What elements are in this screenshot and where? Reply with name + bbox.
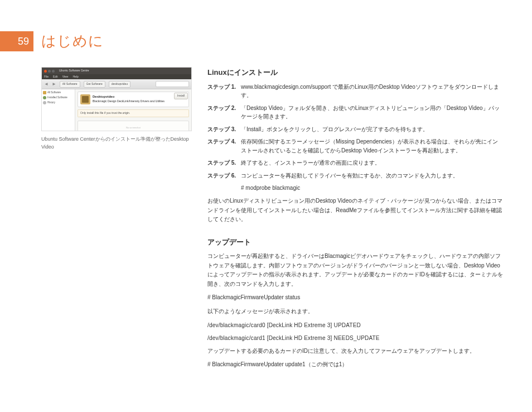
search-field xyxy=(156,81,189,87)
linux-install-note: お使いのLinuxディストリビューション用のDesktop Videoのネイティ… xyxy=(207,197,503,224)
step-2: ステップ 2. 「Desktop Video」フォルダを開き、お使いのLinux… xyxy=(207,104,503,121)
step-text: www.blackmagicdesign.com/support で最新のLin… xyxy=(241,83,503,100)
message-intro: 以下のようなメッセージが表示されます。 xyxy=(207,307,503,317)
crumb-all: All Software xyxy=(60,81,80,88)
device-line-0: /dev/blackmagic/card0 [DeckLink HD Extre… xyxy=(207,321,503,329)
step-text: コンピューターを再起動してドライバーを有効にするか、次のコマンドを入力します。 xyxy=(241,171,503,180)
left-all: All Software xyxy=(43,90,74,95)
page-number-badge: 59 xyxy=(0,31,33,51)
left-all-label: All Software xyxy=(47,91,61,95)
install-button: Install xyxy=(174,93,188,99)
maximize-icon xyxy=(52,70,55,73)
step-1: ステップ 1. www.blackmagicdesign.com/support… xyxy=(207,83,503,100)
step-label: ステップ 3. xyxy=(207,125,241,134)
figure-card-subtitle: Blackmagic Design DeckLink/Intensity Dri… xyxy=(93,99,165,104)
back-icon: ◄ xyxy=(44,81,49,88)
step-text: 「Install」ボタンをクリックし、プログレスバーが完了するのを待ちます。 xyxy=(241,125,503,134)
figure-card-title: Desktopvideo xyxy=(93,94,165,99)
figure-package-card: Desktopvideo Blackmagic Design DeckLink/… xyxy=(78,92,189,107)
step-text: 「Desktop Video」フォルダを開き、お使いのLinuxディストリビュー… xyxy=(241,104,503,121)
menu-view: View xyxy=(62,75,69,79)
main-content: Linuxにインストール ステップ 1. www.blackmagicdesig… xyxy=(207,67,503,374)
update-intro: コンピューターが再起動すると、ドライバーはBlacmagicビデオハードウェアを… xyxy=(207,252,503,289)
left-installed-label: Installed Software xyxy=(47,96,67,100)
left-history: History xyxy=(43,100,74,106)
menu-file: File xyxy=(44,75,49,79)
figure-left-panel: All Software Installed Software History xyxy=(42,89,75,131)
menu-edit: Edit xyxy=(53,75,58,79)
figure-warning-note: Only install this file if you trust the … xyxy=(78,109,189,117)
crumb-get: Get Software xyxy=(84,81,105,88)
package-box-icon xyxy=(80,94,90,104)
update-note: アップデートする必要のあるカードのIDに注意して、次を入力してファームウェアをア… xyxy=(207,347,503,356)
close-icon xyxy=(44,70,47,73)
page-number: 59 xyxy=(18,34,29,49)
figure-window-title: Ubuntu Software Centre xyxy=(59,69,89,73)
figure-no-screenshot: No screenshot xyxy=(78,121,189,132)
left-installed: Installed Software xyxy=(43,95,74,100)
update-heading: アップデート xyxy=(207,237,503,248)
step-text: 依存関係に関するエラーメッセージ（Missing Dependencies）が表… xyxy=(241,137,503,155)
figure-toolbar: ◄ ► All Software Get Software desktopvid… xyxy=(42,79,191,89)
forward-icon: ► xyxy=(52,81,56,88)
step-label: ステップ 6. xyxy=(207,171,241,180)
menu-help: Help xyxy=(72,75,78,79)
page-title: はじめに xyxy=(41,30,104,52)
step-3: ステップ 3. 「Install」ボタンをクリックし、プログレスバーが完了するの… xyxy=(207,125,503,134)
step-4: ステップ 4. 依存関係に関するエラーメッセージ（Missing Depende… xyxy=(207,137,503,155)
figure-menubar: File Edit View Help xyxy=(42,74,191,79)
status-command: # BlackmagicFirmwareUpdater status xyxy=(207,293,503,301)
minimize-icon xyxy=(48,70,51,73)
clock-icon xyxy=(43,101,46,104)
step-5: ステップ 5. 終了すると、インストーラーが通常の画面に戻ります。 xyxy=(207,159,503,167)
step-text: 終了すると、インストーラーが通常の画面に戻ります。 xyxy=(241,159,503,167)
package-icon xyxy=(43,91,46,94)
step-label: ステップ 1. xyxy=(207,83,241,100)
sidebar: Ubuntu Software Centre File Edit View He… xyxy=(41,67,192,151)
step-label: ステップ 2. xyxy=(207,104,241,121)
step-6: ステップ 6. コンピューターを再起動してドライバーを有効にするか、次のコマンド… xyxy=(207,171,503,180)
check-icon xyxy=(43,96,46,99)
figure-body: All Software Installed Software History … xyxy=(42,89,191,131)
figure-card-text: Desktopvideo Blackmagic Design DeckLink/… xyxy=(93,94,165,104)
step-label: ステップ 4. xyxy=(207,137,241,155)
device-line-1: /dev/blackmagic/card1 [DeckLink HD Extre… xyxy=(207,334,503,342)
modprobe-command: # modprobe blackmagic xyxy=(241,184,503,192)
crumb-pkg: desktopvideo xyxy=(109,81,130,88)
update-command: # BlackmagicFirmwareUpdater update1（この例で… xyxy=(207,360,503,368)
figure-main-panel: Desktopvideo Blackmagic Design DeckLink/… xyxy=(75,89,191,131)
figure-titlebar: Ubuntu Software Centre xyxy=(42,68,191,74)
step-label: ステップ 5. xyxy=(207,159,241,167)
linux-install-heading: Linuxにインストール xyxy=(207,67,503,78)
ubuntu-software-center-figure: Ubuntu Software Centre File Edit View He… xyxy=(41,67,192,131)
left-history-label: History xyxy=(47,101,55,105)
figure-caption: Ubuntu Software Centerからのインストール準備が整ったDes… xyxy=(41,136,192,151)
